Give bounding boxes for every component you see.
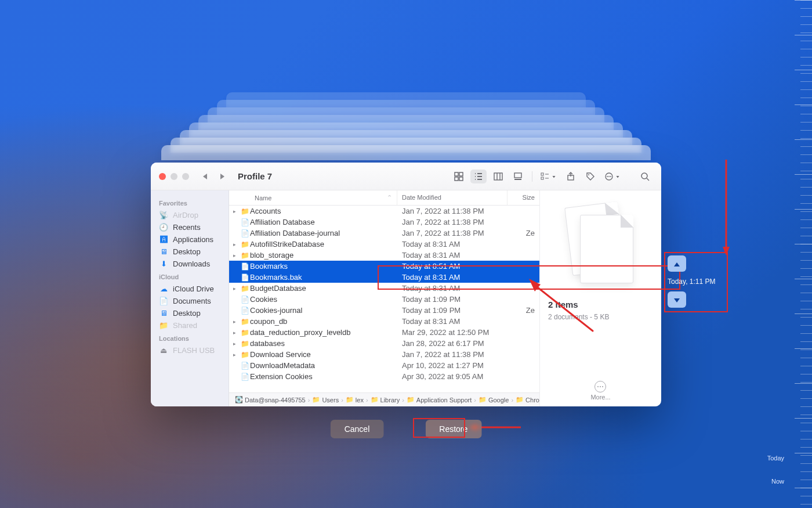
file-name: Extension Cookies [250, 372, 397, 381]
disclosure-triangle-icon[interactable]: ▸ [229, 286, 240, 291]
chevron-right-icon: › [308, 397, 310, 403]
file-row[interactable]: ▸databasesJan 28, 2022 at 6:17 PM [229, 338, 539, 349]
path-crumb[interactable]: 📁Library [371, 396, 400, 403]
svg-rect-2 [455, 177, 458, 181]
file-row[interactable]: ▸Download ServiceJan 7, 2022 at 11:38 PM [229, 349, 539, 360]
svg-rect-3 [459, 177, 463, 181]
next-snapshot-button[interactable] [668, 291, 686, 308]
file-row[interactable]: Bookmarks.bakToday at 8:31 AM [229, 272, 539, 283]
timeline-today-label: Today [767, 455, 784, 462]
path-crumb[interactable]: 📁Application Support [407, 396, 472, 403]
toolbar-separator [532, 171, 532, 182]
share-button[interactable] [563, 170, 579, 183]
sidebar-section-locations: Locations [151, 332, 229, 344]
file-icon [240, 218, 250, 226]
sidebar-item[interactable]: 📡AirDrop [151, 209, 229, 221]
svg-point-24 [608, 176, 610, 177]
file-row[interactable]: ▸coupon_dbToday at 8:31 AM [229, 316, 539, 327]
zoom-window-icon[interactable] [182, 173, 189, 180]
file-row[interactable]: Cookies-journalToday at 1:09 PMZe [229, 305, 539, 316]
disclosure-triangle-icon[interactable]: ▸ [229, 352, 240, 358]
file-name: DownloadMetadata [250, 361, 397, 370]
file-row[interactable]: ▸AutofillStrikeDatabaseToday at 8:31 AM [229, 239, 539, 250]
disclosure-triangle-icon[interactable]: ▸ [229, 330, 240, 336]
disclosure-triangle-icon[interactable]: ▸ [229, 253, 240, 258]
sidebar-item[interactable]: 🖥Desktop [151, 307, 229, 319]
sidebar-item[interactable]: ☁︎iCloud Drive [151, 283, 229, 295]
file-row[interactable]: ▸blob_storageToday at 8:31 AM [229, 250, 539, 261]
sidebar-item-label: FLASH USB [173, 346, 215, 355]
folder-icon [240, 350, 250, 359]
svg-line-27 [647, 178, 649, 181]
path-crumb[interactable]: 📁lex [346, 396, 364, 403]
forward-button[interactable] [216, 170, 229, 183]
file-row[interactable]: ▸data_reduction_proxy_leveldbMar 29, 202… [229, 327, 539, 338]
svg-rect-13 [514, 173, 521, 178]
sidebar-item[interactable]: 📄Documents [151, 295, 229, 307]
list-header[interactable]: Name⌃ Date Modified Size [229, 190, 539, 206]
gallery-view-button[interactable] [510, 170, 526, 183]
file-name: coupon_db [250, 317, 397, 326]
sidebar-item[interactable]: 📁Shared [151, 319, 229, 332]
path-crumb[interactable]: 📁Google [478, 396, 509, 403]
disclosure-triangle-icon[interactable]: ▸ [229, 341, 240, 347]
search-button[interactable] [637, 170, 653, 183]
timemachine-button-row: Cancel Restore [331, 420, 482, 438]
chevron-down-icon [674, 294, 680, 305]
file-name: data_reduction_proxy_leveldb [250, 328, 397, 337]
disclosure-triangle-icon[interactable]: ▸ [229, 319, 240, 325]
sidebar-item[interactable]: ⬇︎Downloads [151, 258, 229, 270]
file-row[interactable]: BookmarksToday at 8:51 AM [229, 261, 539, 272]
finder-main: Name⌃ Date Modified Size ▸AccountsJan 7,… [229, 190, 539, 406]
path-label: Application Support [416, 397, 472, 403]
cancel-button[interactable]: Cancel [331, 420, 384, 438]
path-crumb[interactable]: 📁Chrome [516, 396, 539, 403]
traffic-lights[interactable] [159, 173, 189, 180]
file-row[interactable]: Affiliation DatabaseJan 7, 2022 at 11:38… [229, 217, 539, 228]
minimize-window-icon[interactable] [171, 173, 177, 180]
file-row[interactable]: Affiliation Database-journalJan 7, 2022 … [229, 228, 539, 239]
path-bar[interactable]: 💽Data@snap-4495755›📁Users›📁lex›📁Library›… [229, 392, 539, 406]
previous-snapshot-button[interactable] [668, 255, 686, 272]
sidebar-item[interactable]: 🅰︎Applications [151, 233, 229, 246]
file-date: Apr 10, 2022 at 1:27 PM [397, 361, 507, 370]
file-row[interactable]: CookiesToday at 1:09 PM [229, 294, 539, 305]
column-view-button[interactable] [490, 170, 506, 183]
preview-more-button[interactable]: ⋯ More... [590, 381, 610, 401]
file-icon [240, 361, 250, 370]
sort-indicator-icon: ⌃ [387, 194, 392, 201]
file-row[interactable]: ▸AccountsJan 7, 2022 at 11:38 PM [229, 206, 539, 217]
disclosure-triangle-icon[interactable]: ▸ [229, 208, 240, 214]
sidebar-item[interactable]: 🕘Recents [151, 221, 229, 233]
icon-view-button[interactable] [451, 170, 467, 183]
path-crumb[interactable]: 📁Users [312, 396, 339, 403]
back-button[interactable] [198, 170, 211, 183]
chevron-left-icon [203, 171, 207, 182]
disclosure-triangle-icon[interactable]: ▸ [229, 242, 240, 247]
tags-button[interactable] [582, 170, 599, 183]
sidebar-item-icon: 🅰︎ [159, 235, 168, 244]
sidebar-item-icon: 🖥 [159, 309, 168, 318]
path-label: Users [322, 397, 339, 403]
window-title: Profile 7 [238, 171, 272, 181]
close-window-icon[interactable] [159, 173, 166, 180]
file-name: Download Service [250, 350, 397, 359]
sidebar-item[interactable]: 🖥Desktop [151, 246, 229, 258]
file-date: Apr 30, 2022 at 9:05 AM [397, 372, 507, 381]
file-list[interactable]: ▸AccountsJan 7, 2022 at 11:38 PMAffiliat… [229, 206, 539, 392]
sidebar-item-label: Desktop [173, 247, 201, 256]
file-date: Jan 28, 2022 at 6:17 PM [397, 339, 507, 348]
file-row[interactable]: DownloadMetadataApr 10, 2022 at 1:27 PM [229, 360, 539, 371]
action-button[interactable] [602, 170, 623, 183]
file-row[interactable]: ▸BudgetDatabaseToday at 8:31 AM [229, 283, 539, 294]
path-crumb[interactable]: 💽Data@snap-4495755 [235, 396, 306, 403]
file-name: Affiliation Database-journal [250, 229, 397, 237]
snapshot-time-label: Today, 1:11 PM [668, 278, 716, 286]
folder-icon: 📁 [478, 396, 487, 403]
group-by-button[interactable] [538, 170, 559, 183]
sidebar-item[interactable]: ⏏︎FLASH USB [151, 344, 229, 356]
restore-button[interactable]: Restore [425, 420, 481, 438]
list-view-button[interactable] [470, 170, 487, 183]
file-row[interactable]: Extension CookiesApr 30, 2022 at 9:05 AM [229, 371, 539, 382]
chevron-right-icon [220, 171, 224, 182]
